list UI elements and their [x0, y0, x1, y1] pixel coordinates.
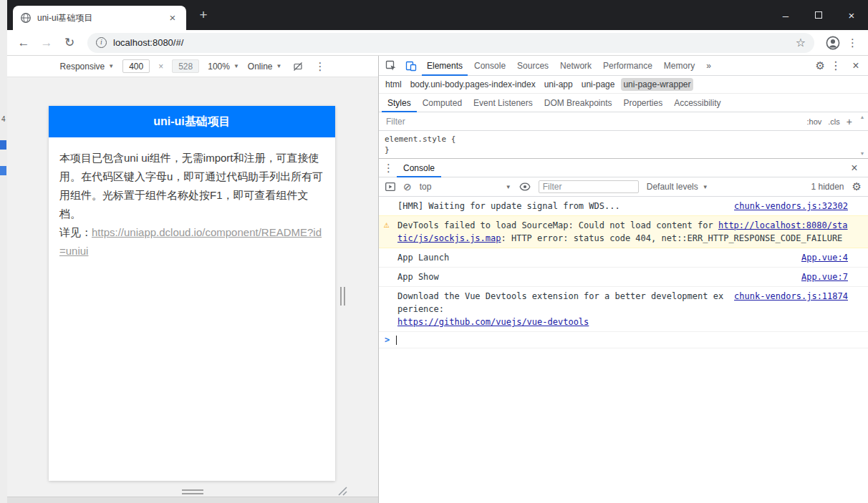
url-bar[interactable]: i localhost:8080/#/ ☆ — [87, 33, 814, 53]
new-tab-button[interactable]: + — [193, 7, 213, 24]
new-style-rule-button[interactable]: + — [847, 116, 852, 127]
tab-accessibility[interactable]: Accessibility — [668, 94, 726, 112]
desktop-icon-label: 4 — [1, 115, 6, 123]
scroll-up-icon[interactable]: ▲ — [860, 114, 865, 119]
zoom-value: 100% — [208, 62, 230, 72]
tab-properties[interactable]: Properties — [617, 94, 668, 112]
tab-computed[interactable]: Computed — [417, 94, 468, 112]
readme-link[interactable]: https://uniapp.dcloud.io/component/READM… — [59, 226, 322, 257]
styles-pane: :hov .cls + element.style { } ▲ ▼ — [379, 112, 868, 158]
maximize-button[interactable] — [802, 0, 835, 30]
throttling-value: Online — [248, 62, 273, 72]
source-link[interactable]: App.vue:7 — [801, 270, 848, 283]
device-height-input[interactable] — [172, 59, 199, 73]
source-link[interactable]: chunk-vendors.js:32302 — [734, 200, 848, 213]
devtools-menu-icon[interactable]: ⋮ — [826, 57, 845, 75]
device-viewport: uni-ui基础项目 本项目已包含uni ui组件，无需import和注册，可直… — [7, 77, 378, 503]
resize-handle-bottom[interactable] — [182, 489, 203, 494]
drawer-close-icon[interactable]: × — [845, 159, 864, 177]
styles-scrollbar[interactable]: ▲ ▼ — [858, 114, 867, 156]
page-body: 本项目已包含uni ui组件，无需import和注册，可直接使用。在代码区键入字… — [49, 137, 335, 272]
page-description: 本项目已包含uni ui组件，无需import和注册，可直接使用。在代码区键入字… — [59, 149, 324, 223]
browser-menu-icon[interactable]: ⋮ — [847, 36, 858, 49]
console-sidebar-toggle-icon[interactable] — [385, 182, 395, 191]
settings-gear-icon[interactable]: ⚙ — [816, 59, 825, 72]
prompt-chevron-icon: > — [385, 335, 390, 345]
vue-devtools-url-link[interactable]: https://github.com/vuejs/vue-devtools — [397, 316, 724, 328]
devtools-close-icon[interactable]: × — [847, 57, 865, 75]
inspect-icon[interactable] — [382, 57, 400, 75]
device-width-input[interactable] — [122, 59, 150, 73]
console-warning-message: ⚠ DevTools failed to load SourceMap: Cou… — [379, 215, 868, 248]
log-levels-select[interactable]: Default levels ▼ — [647, 182, 708, 192]
desktop-icon — [0, 140, 6, 150]
console-drawer-header: ⋮ Console × — [379, 159, 868, 177]
crumb-body[interactable]: body.uni-body.pages-index-index — [408, 78, 538, 91]
clear-console-icon[interactable]: ⊘ — [403, 181, 412, 192]
context-value: top — [420, 182, 432, 192]
tab-close-icon[interactable]: × — [166, 11, 179, 24]
chevron-down-icon: ▼ — [108, 63, 114, 69]
resize-handle-right[interactable] — [340, 287, 345, 306]
globe-favicon — [20, 12, 32, 24]
console-toolbar: ⊘ top ▼ Default levels ▼ 1 hidden — [379, 177, 868, 197]
device-toolbar-menu-icon[interactable]: ⋮ — [314, 60, 325, 73]
bookmark-star-icon[interactable]: ☆ — [796, 36, 806, 49]
device-toolbar: Responsive ▼ × 100% ▼ Online ▼ ⋮ — [7, 56, 378, 77]
tab-console-drawer[interactable]: Console — [397, 159, 441, 177]
minimize-button[interactable]: – — [769, 0, 802, 30]
element-style-block: element.style { } — [379, 131, 868, 158]
console-message: Download the Vue Devtools extension for … — [379, 287, 868, 332]
browser-tab[interactable]: uni-ui基础项目 × — [13, 6, 186, 30]
throttling-select[interactable]: Online ▼ — [248, 62, 282, 72]
tab-dom-breakpoints[interactable]: DOM Breakpoints — [539, 94, 618, 112]
scroll-down-icon[interactable]: ▼ — [860, 151, 865, 156]
console-settings-gear-icon[interactable]: ⚙ — [852, 180, 862, 193]
close-button[interactable]: × — [835, 0, 868, 30]
tab-memory[interactable]: Memory — [659, 56, 700, 76]
cls-button[interactable]: .cls — [828, 117, 840, 126]
drawer-menu-icon[interactable]: ⋮ — [383, 162, 394, 175]
message-text: App Launch — [397, 251, 791, 264]
element-style-open: element.style { — [385, 134, 852, 145]
hov-button[interactable]: :hov — [807, 117, 822, 126]
crumb-uni-page-wrapper[interactable]: uni-page-wrapper — [621, 78, 693, 91]
tab-styles[interactable]: Styles — [382, 94, 417, 112]
source-link[interactable]: chunk-vendors.js:11874 — [734, 290, 848, 303]
browser-titlebar: uni-ui基础项目 × + – × — [7, 0, 868, 30]
hidden-count[interactable]: 1 hidden — [811, 182, 844, 192]
tab-network[interactable]: Network — [555, 56, 597, 76]
crumb-html[interactable]: html — [383, 78, 404, 91]
chevron-down-icon: ▼ — [233, 63, 239, 69]
warning-error-code: net::ERR_HTTP_RESPONSE_CODE_FAILURE — [661, 233, 842, 243]
forward-button[interactable]: → — [36, 33, 57, 53]
chevron-down-icon: ▼ — [276, 63, 282, 69]
profile-avatar-icon[interactable] — [826, 36, 840, 50]
tab-performance[interactable]: Performance — [598, 56, 657, 76]
message-text: Download the Vue Devtools extension for … — [397, 290, 724, 328]
device-type-select[interactable]: Responsive ▼ — [60, 62, 115, 72]
zoom-select[interactable]: 100% ▼ — [208, 62, 239, 72]
back-button[interactable]: ← — [13, 33, 34, 53]
resize-handle-corner[interactable] — [335, 484, 348, 497]
crumb-uni-page[interactable]: uni-page — [579, 78, 617, 91]
console-prompt-input[interactable]: > — [379, 332, 868, 348]
tab-console[interactable]: Console — [469, 56, 511, 76]
tab-sources[interactable]: Sources — [512, 56, 554, 76]
device-toolbar-toggle-icon[interactable] — [402, 57, 420, 75]
desktop-icon — [0, 166, 6, 175]
warning-text: DevTools failed to load SourceMap: Could… — [397, 220, 718, 230]
tab-event-listeners[interactable]: Event Listeners — [468, 94, 539, 112]
tab-elements[interactable]: Elements — [422, 56, 468, 76]
console-filter-input[interactable] — [539, 180, 639, 193]
execution-context-select[interactable]: top ▼ — [420, 182, 511, 192]
live-expression-eye-icon[interactable] — [519, 182, 531, 191]
reload-button[interactable]: ↻ — [59, 33, 80, 53]
horizontal-scrollbar[interactable] — [7, 497, 378, 503]
crumb-uni-app[interactable]: uni-app — [542, 78, 575, 91]
source-link[interactable]: App.vue:4 — [801, 251, 848, 264]
styles-filter-input[interactable] — [385, 116, 800, 127]
rotate-icon[interactable] — [290, 59, 306, 74]
more-tabs-icon[interactable]: » — [701, 56, 716, 76]
info-icon[interactable]: i — [96, 37, 107, 48]
